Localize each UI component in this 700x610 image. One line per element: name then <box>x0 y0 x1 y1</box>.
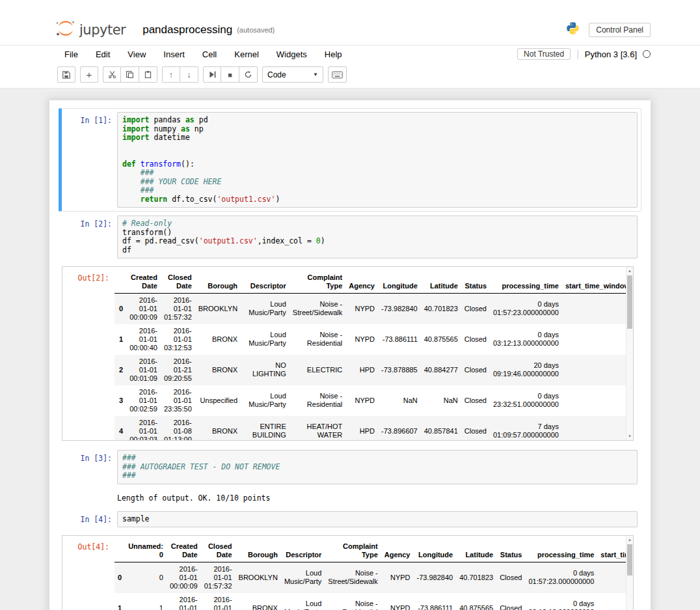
cell-type-select[interactable]: Code ▼ <box>262 66 323 83</box>
table-cell: BROOKLYN <box>236 562 281 592</box>
vertical-scrollbar[interactable]: ▲ ▼ <box>626 536 633 610</box>
table-cell: Noise - Street/Sidewalk <box>289 293 345 324</box>
menu-view[interactable]: View <box>128 49 146 59</box>
scrollbar-thumb[interactable] <box>627 275 632 329</box>
table-cell: 2016-01-21 09:20:55 <box>161 355 195 385</box>
table-cell: 0 days 01:57:23.000000000 <box>525 562 597 592</box>
save-button[interactable] <box>57 66 75 83</box>
table-cell: NO LIGHTING <box>241 355 289 385</box>
menu-insert[interactable]: Insert <box>163 49 185 59</box>
table-cell: Closed <box>461 324 490 355</box>
add-cell-button[interactable]: + <box>80 66 98 83</box>
column-header: Longitude <box>378 271 421 293</box>
column-header: Status <box>461 271 490 293</box>
toolbar: + ↑ ↓ ■ Code ▼ <box>0 62 700 89</box>
table-cell: -73.886111 <box>414 593 457 610</box>
code-cell-1[interactable]: In [1]: import pandas as pdimport numpy … <box>59 108 641 212</box>
scrollbar-down-arrow[interactable]: ▼ <box>626 432 633 440</box>
run-cell-button[interactable] <box>203 66 221 83</box>
code-line: ### <box>122 471 632 480</box>
copy-icon <box>126 70 134 79</box>
jupyter-logo[interactable]: jupyter <box>55 20 126 40</box>
table-cell: 2016-01-01 01:57:32 <box>201 562 236 592</box>
row-index: 3 <box>114 385 126 416</box>
code-line <box>122 151 632 160</box>
column-header: Borough <box>195 271 241 293</box>
output-area-2[interactable]: Out[2]: Created DateClosed DateBoroughDe… <box>62 266 634 441</box>
command-palette-button[interactable] <box>328 66 347 83</box>
header-right: Control Panel <box>566 21 651 38</box>
restart-kernel-button[interactable] <box>239 66 258 83</box>
table-cell: 0 days 03:12:13.000000000 <box>490 324 562 355</box>
jupyter-logo-text: jupyter <box>79 22 126 38</box>
table-cell: 2016-01-01 00:00:09 <box>167 562 201 592</box>
column-header: Agency <box>381 540 414 562</box>
table-row: 002016-01-01 00:00:092016-01-01 01:57:32… <box>114 562 633 592</box>
column-header: Latitude <box>456 540 496 562</box>
code-editor-1[interactable]: import pandas as pdimport numpy as npimp… <box>117 112 638 208</box>
menu-edit[interactable]: Edit <box>96 49 110 59</box>
code-editor-4[interactable]: sample <box>117 511 638 528</box>
scrollbar-up-arrow[interactable]: ▲ <box>626 267 633 275</box>
column-header: Unnamed: 0 <box>125 540 167 562</box>
code-line: sample <box>122 515 632 524</box>
output-area-3: Length of output. OK. 10/10 points <box>59 488 641 507</box>
jupyter-logo-icon <box>55 20 77 40</box>
menu-widgets[interactable]: Widgets <box>276 49 307 59</box>
code-line: import pandas as pd <box>122 116 632 125</box>
table-cell: BRONX <box>195 324 241 355</box>
notebook-title[interactable]: pandasprocessing <box>142 23 232 36</box>
scrollbar-thumb[interactable] <box>627 544 632 575</box>
menu-kernel[interactable]: Kernel <box>234 49 259 59</box>
row-index: 1 <box>114 324 126 355</box>
control-panel-button[interactable]: Control Panel <box>589 23 651 37</box>
row-index: 1 <box>114 593 125 610</box>
python-logo-icon <box>566 21 580 38</box>
row-index: 2 <box>114 355 126 385</box>
output-area-4[interactable]: Out[4]: Unnamed: 0Created DateClosed Dat… <box>62 535 634 610</box>
table-cell: 40.701823 <box>456 562 496 592</box>
table-cell: 0 <box>562 355 633 385</box>
table-cell: NYPD <box>345 385 378 416</box>
column-header: Complaint Type <box>325 540 381 562</box>
code-line: df = pd.read_csv('output1.csv',index_col… <box>122 237 632 246</box>
column-header: processing_time <box>490 271 562 293</box>
table-cell: 0 <box>562 293 633 324</box>
copy-cell-button[interactable] <box>121 66 139 83</box>
code-cell-3[interactable]: In [3]: ###### AUTOGRADER TEST - DO NOT … <box>59 446 641 488</box>
column-header: start_time_window <box>562 271 633 293</box>
table-cell: 1 <box>125 593 167 610</box>
notebook-header: jupyter pandasprocessing (autosaved) Con… <box>0 0 700 89</box>
table-cell: -73.982840 <box>378 293 421 324</box>
notebook-container: In [1]: import pandas as pdimport numpy … <box>49 100 651 610</box>
table-cell: 2016-01-01 00:00:40 <box>126 324 161 355</box>
code-line: ### <box>122 454 632 463</box>
table-cell: 0 <box>562 385 633 416</box>
column-header: Longitude <box>414 540 457 562</box>
code-editor-2[interactable]: # Read-onlytransform()df = pd.read_csv('… <box>117 215 638 258</box>
cut-cell-button[interactable] <box>103 66 121 83</box>
code-editor-3[interactable]: ###### AUTOGRADER TEST - DO NOT REMOVE##… <box>117 450 638 484</box>
table-cell: Closed <box>461 355 490 385</box>
vertical-scrollbar[interactable]: ▲ ▼ <box>626 267 633 440</box>
table-cell: 40.857841 <box>421 416 461 440</box>
move-cell-down-button[interactable]: ↓ <box>180 66 198 83</box>
table-cell: BRONX <box>195 416 241 440</box>
table-cell: NYPD <box>345 324 378 355</box>
not-trusted-badge[interactable]: Not Trusted <box>517 48 571 60</box>
interrupt-kernel-button[interactable]: ■ <box>221 66 239 83</box>
menu-cell[interactable]: Cell <box>202 49 217 59</box>
move-cell-up-button[interactable]: ↑ <box>162 66 180 83</box>
code-line: transform() <box>122 229 632 238</box>
paste-icon <box>144 70 152 79</box>
menu-help[interactable]: Help <box>325 49 342 59</box>
paste-cell-button[interactable] <box>139 66 157 83</box>
code-cell-4[interactable]: In [4]: sample <box>59 507 641 532</box>
table-cell: HPD <box>345 355 378 385</box>
scrollbar-up-arrow[interactable]: ▲ <box>626 536 633 544</box>
menu-file[interactable]: File <box>64 49 78 59</box>
table-cell: 40.884277 <box>421 355 461 385</box>
code-cell-2[interactable]: In [2]: # Read-onlytransform()df = pd.re… <box>59 212 641 262</box>
column-header <box>114 540 125 562</box>
table-cell: 40.875565 <box>421 324 461 355</box>
